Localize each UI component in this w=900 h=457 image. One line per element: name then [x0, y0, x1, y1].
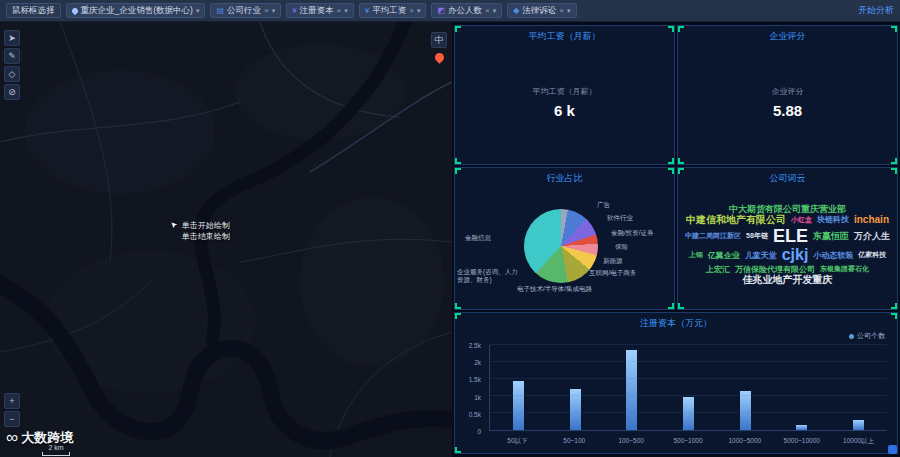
cloud-word[interactable]: ELE [773, 226, 808, 247]
cloud-word[interactable]: 小动态软装 [813, 251, 853, 260]
cloud-word[interactable]: 58年链 [746, 232, 768, 240]
close-icon[interactable]: × [485, 6, 490, 15]
cloud-word[interactable]: 中建二局两江新区 [685, 232, 741, 240]
bar-yaxis: 00.5k1k1.5k2k2.5k [455, 345, 485, 431]
bar[interactable] [513, 381, 524, 430]
language-layer-button[interactable]: 中 [431, 32, 447, 48]
filter-average-salary[interactable]: ¥ 平均工资 × ▾ [359, 3, 427, 18]
metric-value: 5.88 [678, 102, 897, 119]
filter-office-headcount[interactable]: ◩ 办公人数 × ▾ [431, 3, 502, 18]
filter-company-industry[interactable]: ▤ 公司行业 × ▾ [210, 3, 281, 18]
gridline [490, 395, 887, 396]
close-icon[interactable]: × [264, 6, 269, 15]
cloud-word[interactable]: 中建信和地产有限公司 [686, 214, 786, 226]
infinity-logo-icon: ∞ [6, 428, 17, 448]
pie-label: 电子技术/半导体/集成电路 [517, 285, 592, 293]
close-icon[interactable]: × [559, 6, 564, 15]
filter-registered-capital[interactable]: ¥ 注册资本 × ▾ [286, 3, 354, 18]
pie-label: 金融信息 [465, 234, 491, 242]
mouse-cursor-icon: ➤ [167, 219, 179, 231]
close-icon[interactable]: × [409, 6, 414, 15]
mini-badge-button[interactable] [888, 445, 897, 454]
cloud-word[interactable]: 儿童天堂 [745, 251, 777, 260]
cloud-word[interactable]: inchain [854, 214, 889, 226]
headcount-filter-icon: ◩ [437, 6, 445, 15]
cloud-word[interactable]: 万信保险代理有限公司 [735, 265, 815, 274]
salary-filter-icon: ¥ [365, 6, 369, 15]
corner-accent [455, 447, 461, 453]
pie-label: 广告 [597, 201, 610, 209]
clear-icon: ⊘ [8, 87, 16, 97]
bar[interactable] [740, 391, 751, 430]
word-cloud: 中大期货有限公司重庆营业部中建信和地产有限公司小红盒块链科技inchain中建二… [684, 184, 891, 305]
cloud-word[interactable]: 中大期货有限公司重庆营业部 [729, 204, 846, 214]
metric-label: 平均工资（月薪） [455, 86, 674, 97]
corner-accent [668, 26, 674, 32]
corner-accent [668, 158, 674, 164]
cloud-word[interactable]: 东赢恒匝 [813, 231, 849, 241]
cursor-tool-button[interactable]: ➤ [4, 30, 20, 46]
pie-label: 新能源 [603, 257, 623, 265]
zoom-in-button[interactable]: + [4, 393, 20, 409]
polygon-tool-button[interactable]: ◇ [4, 66, 20, 82]
bar-slot [830, 345, 887, 430]
bar-slot [490, 345, 547, 430]
metric-label: 企业评分 [678, 86, 897, 97]
corner-accent [891, 313, 897, 319]
bar[interactable] [796, 425, 807, 430]
cloud-word[interactable]: 上宏汇 [706, 265, 730, 274]
zoom-out-button[interactable]: − [4, 411, 20, 427]
cloud-word[interactable]: 小红盒 [791, 216, 812, 224]
map-side-controls: 中 [431, 32, 447, 62]
corner-accent [678, 158, 684, 164]
box-select-label: 鼠标框选择 [12, 5, 55, 17]
cloud-word[interactable]: 万介人生 [854, 231, 890, 241]
capital-filter-icon: ¥ [292, 6, 296, 15]
gridline [490, 378, 887, 379]
draw-hint-line1: 单击开始绘制 [182, 220, 230, 231]
pencil-icon: ✎ [8, 51, 16, 61]
pie-label: 软件行业 [607, 214, 633, 222]
brand-text: 大数跨境 [21, 429, 73, 447]
bar[interactable] [683, 397, 694, 430]
company-wordcloud-panel: 公司词云 中大期货有限公司重庆营业部中建信和地产有限公司小红盒块链科技incha… [677, 167, 898, 310]
cloud-word[interactable]: 东银集团赛石化 [820, 265, 869, 273]
corner-accent [891, 168, 897, 174]
filter-legal-litigation[interactable]: ◆ 法律诉讼 × ▾ [507, 3, 576, 18]
dataset-selector[interactable]: 重庆企业_企业销售(数据中心) ▾ [66, 3, 206, 18]
box-select-button[interactable]: 鼠标框选择 [6, 3, 61, 18]
x-axis-label: 5000~10000 [773, 437, 830, 446]
cloud-word[interactable]: cjkj [782, 246, 809, 264]
cloud-word[interactable]: 亿家科技 [858, 251, 886, 259]
toolbar: 鼠标框选择 重庆企业_企业销售(数据中心) ▾ ▤ 公司行业 × ▾ ¥ 注册资… [0, 0, 900, 22]
dataset-label: 重庆企业_企业销售(数据中心) [81, 5, 193, 17]
cloud-word[interactable]: 亿翼企业 [708, 251, 740, 260]
close-icon[interactable]: × [337, 6, 342, 15]
bar[interactable] [626, 350, 637, 430]
clear-tool-button[interactable]: ⊘ [4, 84, 20, 100]
y-axis-tick: 0.5k [469, 410, 481, 417]
scale-line [42, 452, 70, 456]
pie-chart[interactable] [524, 209, 598, 283]
map[interactable]: ➤ ✎ ◇ ⊘ + − 中 ➤ 单击开始绘制 单击结束绘制 [0, 22, 452, 457]
chevron-down-icon: ▾ [493, 7, 497, 15]
bar-slot [660, 345, 717, 430]
chevron-down-icon: ▾ [417, 7, 421, 15]
filter-label: 平均工资 [372, 5, 406, 17]
cloud-word[interactable]: 佳兆业地产开发重庆 [743, 274, 833, 286]
bar[interactable] [853, 420, 864, 430]
map-pin-icon[interactable] [433, 51, 446, 64]
x-axis-label: 50以下 [489, 437, 546, 446]
y-axis-tick: 2.5k [469, 342, 481, 349]
draw-tool-button[interactable]: ✎ [4, 48, 20, 64]
panel-title: 企业评分 [678, 30, 897, 43]
polygon-icon: ◇ [9, 69, 16, 79]
cloud-word[interactable]: 块链科技 [817, 215, 849, 224]
x-axis-label: 500~1000 [660, 437, 717, 446]
start-analysis-button[interactable]: 开始分析 [858, 4, 894, 17]
corner-accent [678, 168, 684, 174]
registered-capital-panel: 注册资本（万元） 公司个数 00.5k1k1.5k2k2.5k 50以下50~1… [454, 312, 898, 454]
cursor-icon: ➤ [8, 33, 16, 43]
cloud-word[interactable]: 上锦 [689, 251, 703, 259]
filter-label: 办公人数 [448, 5, 482, 17]
